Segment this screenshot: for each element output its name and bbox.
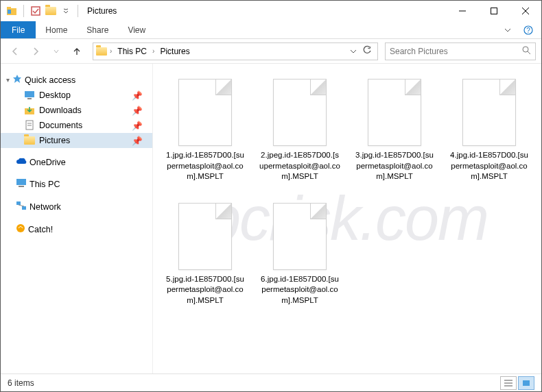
svg-point-10 (523, 47, 528, 52)
sidebar-quick-access[interactable]: ▾ Quick access (1, 72, 152, 88)
chevron-down-icon: ▾ (6, 76, 10, 84)
svg-rect-12 (25, 91, 34, 97)
separator (23, 5, 24, 17)
view-switcher (500, 376, 534, 390)
breadcrumb-pictures[interactable]: Pictures (157, 47, 192, 56)
file-grid: 1.jpg.id-1E857D00.[supermetasploit@aol.c… (161, 76, 533, 308)
tab-view[interactable]: View (118, 21, 155, 38)
maximize-button[interactable] (478, 1, 510, 21)
sidebar-item-label: Downloads (39, 106, 82, 115)
body: ▾ Quick access Desktop 📌 Downloads 📌 Doc (1, 64, 541, 373)
file-item[interactable]: 3.jpg.id-1E857D00.[supermetasploit@aol.c… (351, 76, 438, 185)
svg-rect-13 (27, 98, 32, 99)
sidebar-network[interactable]: Network (1, 199, 152, 215)
separator (78, 5, 78, 17)
sidebar-item-downloads[interactable]: Downloads 📌 (1, 103, 152, 118)
item-count: 6 items (8, 378, 34, 388)
svg-text:?: ? (526, 27, 530, 34)
search-icon[interactable] (521, 45, 531, 58)
file-thumbnail-icon (273, 79, 327, 146)
location-icon (96, 46, 107, 57)
file-item[interactable]: 2.jpeg.id-1E857D00.[supermetasploit@aol.… (256, 76, 344, 185)
explorer-window: Pictures File Home Share View ? › This P… (0, 0, 542, 392)
file-pane[interactable]: pcrisk.com 1.jpg.id-1E857D00.[supermetas… (153, 64, 541, 373)
search-input[interactable] (390, 47, 521, 56)
sidebar-thispc[interactable]: This PC (1, 176, 152, 192)
pin-icon: 📌 (132, 90, 143, 101)
tab-home[interactable]: Home (36, 21, 77, 38)
statusbar: 6 items (1, 373, 541, 391)
pictures-icon (24, 135, 35, 146)
sidebar-label: Quick access (25, 75, 75, 85)
sidebar-catch[interactable]: Catch! (1, 221, 152, 237)
close-button[interactable] (510, 1, 541, 21)
pin-icon: 📌 (132, 121, 143, 131)
address-bar[interactable]: › This PC › Pictures (93, 42, 378, 60)
minimize-button[interactable] (447, 1, 478, 21)
refresh-button[interactable] (362, 45, 372, 58)
sidebar-item-pictures[interactable]: Pictures 📌 (1, 133, 152, 148)
sidebar-item-label: Catch! (28, 225, 53, 234)
window-controls (447, 1, 541, 21)
recent-dropdown[interactable] (47, 42, 65, 60)
sidebar-onedrive[interactable]: OneDrive (1, 155, 152, 169)
file-item[interactable]: 1.jpg.id-1E857D00.[supermetasploit@aol.c… (161, 76, 249, 185)
file-name: 2.jpeg.id-1E857D00.[supermetasploit@aol.… (259, 150, 341, 182)
app-icon (6, 5, 17, 16)
search-box[interactable] (385, 42, 536, 60)
sidebar-item-label: This PC (30, 180, 60, 189)
details-view-button[interactable] (500, 376, 517, 390)
file-item[interactable]: 4.jpg.id-1E857D00.[supermetasploit@aol.c… (445, 76, 533, 185)
sidebar-item-label: Desktop (39, 90, 71, 100)
ribbon-expand-button[interactable] (497, 21, 518, 38)
navigation-pane: ▾ Quick access Desktop 📌 Downloads 📌 Doc (1, 64, 153, 373)
onedrive-icon (16, 157, 27, 167)
qat-dropdown-icon[interactable] (60, 5, 71, 16)
sidebar-item-label: Documents (39, 121, 82, 130)
breadcrumb-thispc[interactable]: This PC (115, 47, 150, 56)
file-menu[interactable]: File (1, 21, 36, 38)
chevron-right-icon[interactable]: › (110, 47, 112, 55)
svg-rect-19 (19, 186, 24, 187)
new-folder-icon[interactable] (45, 5, 56, 16)
documents-icon (24, 120, 35, 131)
ribbon: File Home Share View ? (1, 21, 541, 39)
sidebar-item-documents[interactable]: Documents 📌 (1, 118, 152, 133)
help-button[interactable]: ? (518, 21, 539, 38)
catch-icon (16, 223, 25, 235)
file-item[interactable]: 6.jpg.id-1E857D00.[supermetasploit@aol.c… (256, 200, 344, 309)
file-name: 1.jpg.id-1E857D00.[supermetasploit@aol.c… (164, 150, 246, 182)
forward-button[interactable] (27, 42, 45, 60)
svg-rect-3 (32, 7, 40, 15)
file-name: 4.jpg.id-1E857D00.[supermetasploit@aol.c… (448, 150, 530, 182)
sidebar-item-label: Pictures (39, 136, 70, 145)
file-thumbnail-icon (178, 203, 232, 270)
chevron-right-icon[interactable]: › (152, 47, 154, 55)
navbar: › This PC › Pictures (1, 39, 541, 64)
downloads-icon (24, 105, 35, 116)
pin-icon: 📌 (132, 106, 143, 116)
svg-rect-27 (523, 380, 530, 386)
window-title: Pictures (87, 6, 117, 16)
properties-icon[interactable] (30, 5, 41, 16)
file-item[interactable]: 5.jpg.id-1E857D00.[supermetasploit@aol.c… (161, 200, 249, 309)
svg-rect-18 (16, 179, 26, 185)
tab-share[interactable]: Share (77, 21, 118, 38)
pin-icon: 📌 (132, 136, 143, 146)
qat: Pictures (1, 5, 117, 17)
sidebar-item-desktop[interactable]: Desktop 📌 (1, 88, 152, 103)
svg-rect-1 (7, 7, 11, 9)
large-icons-view-button[interactable] (518, 376, 534, 390)
up-button[interactable] (68, 42, 86, 60)
network-icon (16, 201, 27, 212)
file-thumbnail-icon (178, 79, 232, 146)
file-thumbnail-icon (368, 79, 421, 146)
svg-rect-5 (491, 8, 497, 14)
address-dropdown-icon[interactable] (350, 45, 357, 58)
sidebar-item-label: OneDrive (30, 158, 66, 167)
back-button[interactable] (6, 42, 24, 60)
file-thumbnail-icon (273, 203, 327, 270)
file-name: 6.jpg.id-1E857D00.[supermetasploit@aol.c… (259, 274, 341, 306)
svg-rect-2 (8, 10, 11, 14)
svg-line-11 (528, 51, 530, 54)
